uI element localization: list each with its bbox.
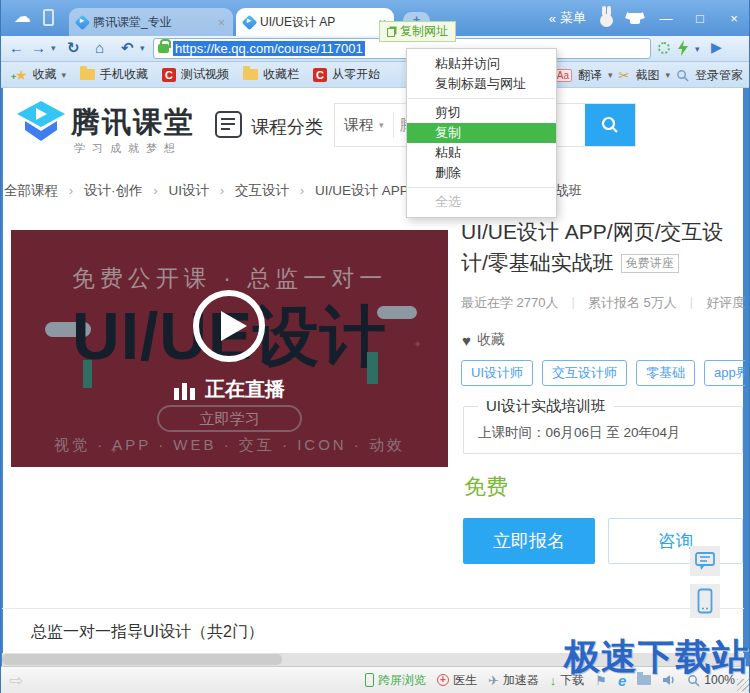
maximize-button[interactable]: □ [689,11,711,26]
copy-url-badge[interactable]: 复制网址 [379,21,456,42]
bookmark-from-zero[interactable]: C 从零开始 [313,66,380,83]
undo-caret-icon[interactable]: ▾ [140,43,145,53]
menu-item-paste-and-go[interactable]: 粘贴并访问 [407,54,556,74]
category-list-icon[interactable] [215,111,242,138]
site-tagline: 学习成就梦想 [74,141,182,156]
category-button[interactable]: 课程分类 [251,115,323,139]
menu-separator [408,98,555,99]
forward-button[interactable]: → [31,39,46,56]
enroll-button[interactable]: 立即报名 [463,518,595,564]
breadcrumb-item[interactable]: 交互设计 [235,182,289,200]
free-lecture-tag: 免费讲座 [621,254,679,273]
accelerator-button[interactable]: ✈ 加速器 [488,672,539,689]
tab-uiue-course[interactable]: ▸ UI/UE设计 AP × [236,8,394,36]
mobile-device-icon[interactable] [43,9,54,26]
breadcrumb-item[interactable]: UI设计 [169,182,210,200]
tag-chip[interactable]: UI设计师 [461,360,533,386]
bookmark-test-video[interactable]: C 测试视频 [162,66,229,83]
live-label: 正在直播 [205,376,285,403]
breadcrumb-item[interactable]: 设计·创作 [84,182,143,200]
course-title: UI/UE设计 APP/网页/交互设计/零基础实战班免费讲座 [461,216,748,278]
menu-item-cut[interactable]: 剪切 [407,103,556,123]
go-button[interactable]: ▶ [711,39,722,55]
breadcrumb-item[interactable]: 全部课程 [4,182,58,200]
add-favorite-button[interactable]: ★+ 收藏 ▾ [15,66,66,83]
undo-close-button[interactable]: ↶ [121,39,134,57]
tab-favicon-icon: ▸ [242,14,258,30]
tab-close-icon[interactable]: × [217,15,225,30]
section-title: 总监一对一指导UI设计（共2门） [31,622,264,643]
breadcrumb-separator: › [300,184,304,198]
consult-button[interactable]: 咨询 [608,518,743,564]
close-button[interactable]: × [723,11,745,26]
folder-icon [243,69,258,80]
chat-bubble-icon [694,551,716,571]
go-caret-icon[interactable]: ▾ [695,44,700,54]
login-keeper-icon [676,69,689,82]
bookmark-label: 手机收藏 [100,66,148,83]
tag-chip[interactable]: app界面 [704,360,745,386]
context-menu: 粘贴并访问 复制标题与网址 剪切 复制 粘贴 删除 全选 [406,48,557,218]
status-arrow-icon[interactable]: ⇨ [9,670,23,691]
chat-widget-button[interactable] [690,546,720,576]
menu-item-paste[interactable]: 粘贴 [407,143,556,163]
bookmark-label: 测试视频 [181,66,229,83]
skin-theme-icon[interactable] [627,12,643,24]
translate-button[interactable]: 翻译 [578,67,602,84]
menu-item-select-all[interactable]: 全选 [407,192,556,212]
back-button[interactable]: ← [9,39,24,56]
bookmark-folder-bar[interactable]: 收藏栏 [243,66,299,83]
screenshot-button[interactable]: 截图 [635,67,659,84]
search-button[interactable] [585,104,635,146]
site-title[interactable]: 腾讯课堂 [71,103,195,143]
turbo-bolt-icon[interactable] [678,40,688,60]
url-text-selected[interactable]: https://ke.qq.com/course/117001 [173,41,365,56]
menu-label: 菜单 [560,9,586,27]
search-icon [600,115,620,135]
bookmark-folder-mobile[interactable]: 手机收藏 [80,66,148,83]
home-button[interactable]: ⌂ [95,39,104,56]
history-caret-icon[interactable]: ▾ [51,43,56,53]
minimize-button[interactable]: — [655,11,677,26]
tencent-classroom-logo-icon[interactable] [15,99,67,149]
tag-chip[interactable]: 零基础 [636,360,695,386]
menu-item-delete[interactable]: 删除 [407,163,556,183]
search-scope-dropdown[interactable]: 课程 ▾ [335,104,393,146]
copy-icon [387,28,395,37]
learn-now-button[interactable]: 立即学习 [157,405,302,432]
translate-caret-icon[interactable]: ▾ [608,70,613,80]
scrollbar-thumb[interactable] [2,654,282,665]
spark-decoration: ✦ [413,338,422,351]
tag-chip[interactable]: 交互设计师 [542,360,627,386]
menu-separator [408,187,555,188]
screenshot-caret-icon[interactable]: ▾ [665,70,670,80]
bookmark-label: 从零开始 [332,66,380,83]
favorite-caret-icon: ▾ [62,70,67,80]
menu-item-copy[interactable]: 复制 [407,123,556,143]
doctor-button[interactable]: + 医生 [437,672,477,689]
cloud-sync-icon[interactable]: ☁ [14,6,31,27]
folder-icon [80,69,95,80]
favorite-course-button[interactable]: ♥ 收藏 [462,331,505,349]
video-footer-tags: 视觉 · APP · WEB · 交互 · ICON · 动效 [11,436,448,455]
menu-button[interactable]: « 菜单 [549,9,586,27]
course-tags: UI设计师 交互设计师 零基础 app界面 [461,360,745,386]
login-keeper-button[interactable]: 登录管家 [695,67,743,84]
heart-icon: ♥ [462,332,471,349]
course-price: 免费 [464,472,508,502]
cross-screen-button[interactable]: 跨屏浏览 [365,672,426,689]
menu-item-copy-title-url[interactable]: 复制标题与网址 [407,74,556,94]
tab-tencent-classroom[interactable]: ▸ 腾讯课堂_专业 × [69,8,233,36]
stat-rating: 好评度 [706,294,745,312]
mascot-rabbit-icon[interactable] [598,8,615,28]
adblock-ring-icon[interactable] [658,42,670,54]
window-frame [1,88,3,666]
breadcrumb: 全部课程 › 设计·创作 › UI设计 › 交互设计 › UI/UE设计 APP… [4,180,744,202]
c-site-icon: C [162,68,176,82]
plane-icon: ✈ [488,673,499,688]
mobile-widget-button[interactable] [690,584,720,618]
video-player[interactable]: 免费公开课 · 总监一对一 UI/UE设计 ✦ ✦ 正在直播 立即学习 视觉 ·… [11,230,448,467]
play-button[interactable] [193,290,265,362]
refresh-button[interactable]: ↻ [67,39,80,57]
course-stats: 最近在学 2770人 | 累计报名 5万人 | 好评度 [461,294,745,312]
